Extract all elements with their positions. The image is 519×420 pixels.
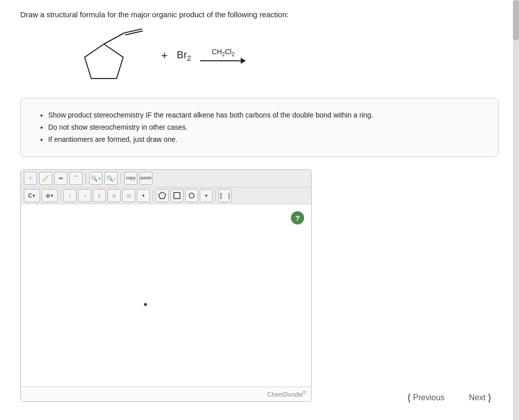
next-label: Next: [469, 393, 486, 402]
carbon-btn[interactable]: C ▼: [24, 189, 40, 202]
reaction-arrow: [200, 58, 246, 64]
reaction-area: + Br2 CH2Cl2: [71, 28, 499, 84]
molecule-svg: [71, 28, 152, 84]
double-bond-btn[interactable]: //: [107, 189, 121, 202]
toolbar-sep-5: [215, 190, 216, 201]
navigation-buttons: ⟨ Previous Next ⟩: [395, 386, 504, 410]
circle-icon: [188, 192, 196, 200]
eraser-btn[interactable]: 🧹: [39, 172, 52, 185]
solvent-label: CH2Cl2: [212, 48, 235, 57]
toolbar-second: C ▼ ⊕ ▼ / ··· / // /// ▼: [21, 187, 311, 204]
svg-line-2: [124, 29, 142, 33]
bold-bond-btn[interactable]: /: [93, 189, 106, 202]
ring-btn-circle[interactable]: [185, 189, 198, 202]
instructions-list: Show product stereochemistry IF the reac…: [36, 109, 483, 145]
help-button[interactable]: ?: [291, 211, 304, 224]
svg-marker-4: [159, 192, 166, 199]
svg-rect-5: [174, 193, 180, 199]
toolbar-sep-3: [60, 190, 61, 201]
ring-btn-pentagon[interactable]: [156, 189, 169, 202]
chemdoodle-footer: ChemDoodle®: [21, 387, 311, 401]
previous-label: Previous: [413, 393, 444, 402]
copy-btn[interactable]: copy: [124, 172, 137, 185]
toolbar-sep-1: [86, 173, 86, 184]
single-bond-btn[interactable]: /: [63, 189, 77, 202]
svg-point-6: [189, 193, 194, 198]
chevron-right-icon: ⟩: [488, 392, 492, 404]
chemdoodle-widget[interactable]: ☜ 🧹 ✏ ⌒ 🔍+ 🔍- copy paste: [20, 169, 312, 402]
paste-btn[interactable]: paste: [139, 172, 153, 185]
scrollbar-thumb[interactable]: [513, 0, 519, 41]
instruction-item-2: Do not show stereochemistry in other cas…: [48, 122, 483, 134]
instruction-item-1: Show product stereochemistry IF the reac…: [48, 109, 483, 122]
scrollbar-track[interactable]: [513, 0, 519, 420]
select-tool-btn[interactable]: ☜: [24, 172, 37, 185]
ring-btn-square[interactable]: [170, 189, 183, 202]
reaction-arrow-container: CH2Cl2: [200, 48, 246, 64]
toolbar-top: ☜ 🧹 ✏ ⌒ 🔍+ 🔍- copy paste: [21, 170, 311, 187]
toolbar-sep-2: [121, 173, 121, 184]
chevron-left-icon: ⟨: [407, 392, 411, 404]
previous-button[interactable]: ⟨ Previous: [395, 386, 457, 410]
carbon-label: C: [28, 193, 31, 199]
plus-sign: +: [161, 49, 168, 62]
reagent-label: Br2: [177, 49, 191, 62]
add-dropdown-arrow: ▼: [50, 194, 54, 198]
svg-line-3: [125, 31, 143, 35]
add-btn[interactable]: ⊕ ▼: [42, 189, 58, 202]
copy-label: copy: [126, 176, 135, 181]
svg-marker-0: [85, 44, 123, 79]
add-icon: ⊕: [46, 193, 50, 199]
canvas-dot: [144, 303, 147, 306]
page-container: Draw a structural formula for the major …: [0, 0, 519, 420]
draw-btn[interactable]: ✏: [54, 172, 67, 185]
bond-dropdown-btn[interactable]: ▼: [137, 189, 150, 202]
drawing-canvas[interactable]: ?: [21, 204, 311, 387]
paste-label: paste: [140, 176, 152, 181]
template-btn[interactable]: [ |: [218, 189, 232, 202]
triple-bond-btn[interactable]: ///: [122, 189, 135, 202]
pentagon-icon: [158, 192, 166, 200]
lasso-btn[interactable]: ⌒: [69, 172, 83, 185]
chemdoodle-brand: ChemDoodle®: [267, 390, 306, 398]
carbon-dropdown-arrow: ▼: [32, 194, 36, 198]
zoom-in-btn[interactable]: 🔍+: [89, 172, 102, 185]
ring-dropdown-btn[interactable]: ▼: [200, 189, 213, 202]
toolbar-sep-4: [153, 190, 153, 201]
zoom-out-btn[interactable]: 🔍-: [104, 172, 118, 185]
question-text: Draw a structural formula for the major …: [20, 10, 499, 19]
square-icon: [173, 192, 181, 200]
next-button[interactable]: Next ⟩: [457, 386, 504, 410]
svg-line-1: [104, 33, 124, 44]
instruction-item-3: If enantiomers are formed, just draw one…: [48, 134, 483, 146]
instructions-box: Show product stereochemistry IF the reac…: [20, 98, 499, 157]
dashed-bond-btn[interactable]: ···: [78, 189, 91, 202]
